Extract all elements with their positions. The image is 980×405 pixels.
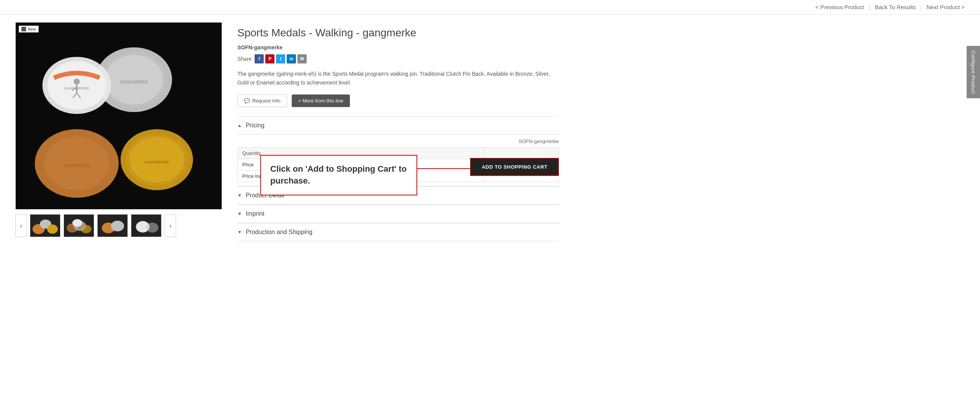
pricing-chevron-icon: ▲ bbox=[237, 123, 242, 128]
product-info: Sports Medals - Walking - gangmerke SOFN… bbox=[237, 22, 559, 241]
pricing-accordion: ▲ Pricing SOFN-gangmerke Quantity bbox=[237, 116, 559, 186]
nav-separator-1: | bbox=[869, 4, 870, 10]
product-description: The gangmerke (gahng-merk-eh) is the Spo… bbox=[237, 70, 559, 87]
main-content: New GANGWERKE GANGWERKE GANGWERKE bbox=[0, 15, 574, 249]
more-from-line-label: + More from this line bbox=[298, 98, 343, 104]
production-shipping-accordion: ▼ Production and Shipping bbox=[237, 223, 559, 241]
add-to-cart-wrapper: ADD TO SHOPPING CART bbox=[470, 158, 559, 176]
svg-text:GANGWERKE: GANGWERKE bbox=[120, 80, 148, 84]
thumbnail-2[interactable] bbox=[64, 214, 94, 237]
image-area: New GANGWERKE GANGWERKE GANGWERKE bbox=[15, 22, 222, 241]
product-title: Sports Medals - Walking - gangmerke bbox=[237, 26, 559, 40]
chat-icon: 💬 bbox=[244, 98, 250, 104]
top-navigation: < Previous Product | Back To Results | N… bbox=[0, 0, 980, 15]
share-pinterest-icon[interactable]: P bbox=[265, 54, 274, 63]
previous-product-link[interactable]: < Previous Product bbox=[815, 4, 864, 10]
product-image-svg: GANGWERKE GANGWERKE GANGWERKE bbox=[16, 23, 222, 209]
back-to-results-link[interactable]: Back To Results bbox=[875, 4, 916, 10]
production-shipping-label: Production and Shipping bbox=[246, 229, 312, 236]
share-icons: f P t in ✉ bbox=[255, 54, 307, 63]
share-label: Share bbox=[237, 56, 252, 62]
imprint-accordion: ▼ Imprint bbox=[237, 205, 559, 223]
production-chevron-icon: ▼ bbox=[237, 229, 242, 235]
pricing-table-wrapper: Quantity Price Price Incl. bbox=[237, 147, 559, 182]
main-product-image: New GANGWERKE GANGWERKE GANGWERKE bbox=[15, 22, 222, 210]
next-product-link[interactable]: Next Product > bbox=[926, 4, 965, 10]
add-to-cart-button[interactable]: ADD TO SHOPPING CART bbox=[470, 158, 559, 176]
new-badge-label: New bbox=[28, 27, 36, 31]
pricing-section-label: Pricing bbox=[246, 122, 265, 129]
thumb-next-button[interactable]: › bbox=[165, 214, 176, 237]
production-shipping-header[interactable]: ▼ Production and Shipping bbox=[237, 223, 559, 241]
svg-point-28 bbox=[81, 225, 91, 233]
request-info-label: Request Info bbox=[252, 98, 281, 104]
share-facebook-icon[interactable]: f bbox=[255, 54, 264, 63]
thumbnail-3[interactable] bbox=[97, 214, 128, 237]
share-email-icon[interactable]: ✉ bbox=[297, 54, 307, 63]
callout-box: Click on 'Add to Shopping Cart' to purch… bbox=[260, 155, 417, 195]
request-info-button[interactable]: 💬 Request Info bbox=[237, 94, 287, 107]
svg-point-29 bbox=[72, 219, 82, 227]
share-linkedin-icon[interactable]: in bbox=[287, 54, 296, 63]
pricing-section-header[interactable]: ▲ Pricing bbox=[237, 117, 559, 135]
svg-point-32 bbox=[111, 221, 124, 231]
svg-text:GANGWERKE: GANGWERKE bbox=[144, 160, 170, 164]
nav-separator-2: | bbox=[920, 4, 922, 10]
share-row: Share f P t in ✉ bbox=[237, 54, 559, 63]
thumb-prev-button[interactable]: ‹ bbox=[15, 214, 27, 237]
thumbnail-row: ‹ bbox=[15, 214, 222, 237]
action-buttons: 💬 Request Info + More from this line bbox=[237, 94, 559, 107]
svg-point-15 bbox=[74, 78, 80, 85]
thumbnail-4[interactable] bbox=[131, 214, 162, 237]
product-sku: SOFN-gangmerke bbox=[237, 44, 559, 50]
product-detail-chevron-icon: ▼ bbox=[237, 193, 242, 198]
new-badge-check-icon bbox=[21, 27, 26, 31]
pricing-content: SOFN-gangmerke Quantity Price bbox=[237, 135, 559, 186]
thumbnail-1[interactable] bbox=[30, 214, 60, 237]
configure-sidebar[interactable]: Configure Product bbox=[967, 46, 980, 99]
more-from-line-button[interactable]: + More from this line bbox=[292, 94, 350, 107]
share-twitter-icon[interactable]: t bbox=[276, 54, 285, 63]
imprint-header[interactable]: ▼ Imprint bbox=[237, 205, 559, 223]
configure-product-button[interactable]: Configure Product bbox=[967, 46, 980, 98]
svg-point-24 bbox=[47, 224, 58, 234]
pricing-sku: SOFN-gangmerke bbox=[237, 138, 559, 144]
new-badge: New bbox=[19, 26, 39, 33]
svg-text:GANGWERKE: GANGWERKE bbox=[63, 163, 90, 168]
imprint-chevron-icon: ▼ bbox=[237, 211, 242, 216]
svg-text:GANGWERKE: GANGWERKE bbox=[64, 86, 90, 90]
imprint-label: Imprint bbox=[246, 210, 265, 217]
svg-point-35 bbox=[146, 223, 158, 233]
